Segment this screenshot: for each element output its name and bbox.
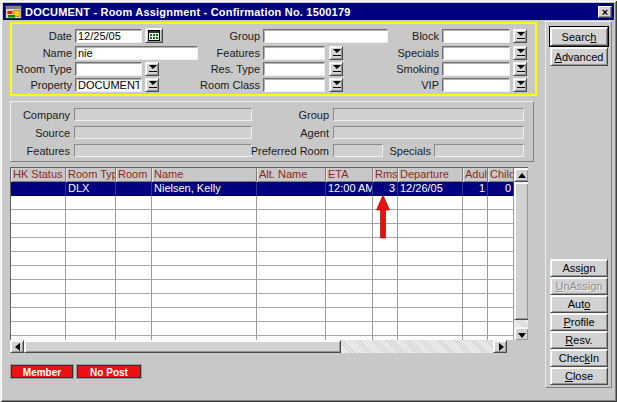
- member-status-badge: Member: [11, 365, 73, 378]
- scroll-up-button[interactable]: [514, 168, 528, 182]
- empty-cell: [66, 196, 116, 210]
- empty-cell: [66, 280, 116, 294]
- res-type-field[interactable]: [263, 62, 325, 76]
- empty-cell: [326, 294, 373, 308]
- empty-cell: [326, 238, 373, 252]
- table-row-empty: [11, 224, 528, 238]
- scroll-right-button[interactable]: [493, 340, 507, 353]
- profile-button[interactable]: Profile: [550, 313, 608, 331]
- room-type-dropdown-button[interactable]: [145, 62, 159, 76]
- table-row-selected[interactable]: DLX Nielsen, Kelly 12:00 AM 3 12/26/05 1…: [11, 182, 528, 196]
- preferred-room-field: [333, 144, 383, 157]
- empty-cell: [463, 294, 488, 308]
- empty-cell: [152, 308, 257, 322]
- empty-cell: [398, 224, 463, 238]
- check-in-button[interactable]: Check In: [550, 349, 608, 367]
- company-field: [74, 108, 252, 121]
- table-row-empty: [11, 322, 528, 336]
- room-class-dropdown-button[interactable]: [329, 78, 343, 92]
- empty-cell: [398, 196, 463, 210]
- column-header-alt-name: Alt. Name: [257, 168, 326, 182]
- dropdown-arrow-icon: [517, 49, 524, 57]
- empty-cell: [488, 266, 514, 280]
- room-class-field[interactable]: [263, 78, 325, 92]
- calendar-button[interactable]: [145, 28, 163, 43]
- horizontal-scrollbar[interactable]: [10, 340, 507, 353]
- empty-cell: [488, 252, 514, 266]
- column-header-room-type: Room Type: [66, 168, 116, 182]
- specials-dropdown-button[interactable]: [513, 46, 527, 60]
- empty-cell: [66, 210, 116, 224]
- auto-button[interactable]: Auto: [550, 295, 608, 313]
- scroll-down-button[interactable]: [514, 327, 528, 340]
- vip-dropdown-button[interactable]: [513, 78, 527, 92]
- empty-cell: [463, 308, 488, 322]
- close-icon[interactable]: ×: [598, 6, 612, 18]
- arrow-down-icon: [518, 333, 526, 338]
- smoking-dropdown-button[interactable]: [513, 62, 527, 76]
- horizontal-scroll-thumb[interactable]: [24, 340, 341, 353]
- cell-name: Nielsen, Kelly: [152, 182, 257, 196]
- name-field[interactable]: [75, 46, 198, 60]
- scroll-left-button[interactable]: [10, 340, 24, 353]
- block-dropdown-button[interactable]: [513, 29, 527, 43]
- company-label: Company: [13, 108, 70, 122]
- horizontal-scroll-track[interactable]: [341, 340, 493, 353]
- res-type-dropdown-button[interactable]: [329, 62, 343, 76]
- cell-child: 0: [488, 182, 514, 196]
- property-dropdown-button[interactable]: [145, 78, 159, 92]
- search-button[interactable]: Search: [550, 27, 608, 46]
- features-label: Features: [192, 46, 260, 60]
- arrow-right-icon: [499, 343, 504, 351]
- empty-cell: [11, 322, 66, 336]
- empty-cell: [488, 322, 514, 336]
- advanced-button[interactable]: Advanced: [550, 47, 608, 66]
- assign-button[interactable]: Assign: [550, 259, 608, 277]
- smoking-field[interactable]: [442, 62, 510, 76]
- preferred-room-label: Preferred Room: [241, 144, 329, 158]
- empty-cell: [11, 252, 66, 266]
- empty-cell: [398, 210, 463, 224]
- cell-room: [116, 182, 152, 196]
- vip-label: VIP: [364, 78, 439, 92]
- empty-cell: [116, 210, 152, 224]
- room-type-field[interactable]: [75, 62, 142, 76]
- table-row-empty: [11, 210, 528, 224]
- dropdown-arrow-icon: [149, 81, 156, 89]
- empty-cell: [463, 322, 488, 336]
- date-field[interactable]: [75, 29, 142, 43]
- column-header-departure: Departure: [398, 168, 463, 182]
- block-field[interactable]: [442, 29, 510, 43]
- room-assignment-window: DOCUMENT - Room Assignment - Confirmatio…: [0, 0, 617, 402]
- empty-cell: [326, 308, 373, 322]
- empty-cell: [488, 280, 514, 294]
- group-info-field: [333, 108, 524, 121]
- close-button[interactable]: Close: [550, 367, 608, 385]
- empty-cell: [398, 252, 463, 266]
- specials-field[interactable]: [442, 46, 510, 60]
- features-field[interactable]: [263, 46, 325, 60]
- empty-cell: [398, 280, 463, 294]
- vertical-scroll-track[interactable]: [514, 320, 528, 327]
- empty-cell: [11, 238, 66, 252]
- features-dropdown-button[interactable]: [329, 46, 343, 60]
- empty-cell: [66, 294, 116, 308]
- empty-cell: [66, 224, 116, 238]
- empty-cell: [11, 224, 66, 238]
- dropdown-arrow-icon: [149, 65, 156, 73]
- empty-cell: [398, 322, 463, 336]
- vertical-scroll-thumb[interactable]: [514, 182, 528, 320]
- empty-cell: [488, 224, 514, 238]
- empty-cell: [373, 294, 398, 308]
- empty-cell: [463, 224, 488, 238]
- group-info-label: Group: [271, 108, 329, 122]
- resv-button[interactable]: Resv.: [550, 331, 608, 349]
- date-label: Date: [14, 29, 72, 43]
- table-row-empty: [11, 308, 528, 322]
- vertical-scrollbar[interactable]: [514, 168, 528, 340]
- empty-cell: [257, 308, 326, 322]
- vip-field[interactable]: [442, 78, 510, 92]
- empty-cell: [257, 266, 326, 280]
- property-field[interactable]: [75, 78, 142, 92]
- table-row-empty: [11, 266, 528, 280]
